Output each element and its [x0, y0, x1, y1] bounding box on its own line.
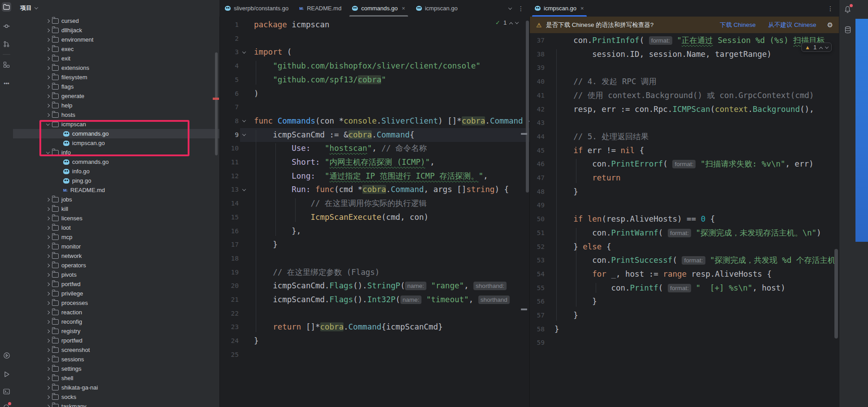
chevron-right-icon[interactable]: [46, 94, 50, 98]
tree-item-shell[interactable]: shell: [13, 373, 219, 383]
code-line[interactable]: return: [554, 171, 621, 185]
tree-item-hosts[interactable]: hosts: [13, 110, 219, 120]
code-line[interactable]: // 5. 处理返回结果: [554, 130, 649, 144]
tree-item-dllhijack[interactable]: dllhijack: [13, 26, 219, 35]
chevron-right-icon[interactable]: [46, 226, 50, 229]
tree-item-flags[interactable]: flags: [13, 82, 219, 91]
tab-overflow-chevron-icon[interactable]: [508, 6, 512, 9]
code-line[interactable]: icmpScanCmd.Flags().StringP(name: "range…: [254, 279, 507, 293]
close-icon[interactable]: ×: [580, 5, 584, 12]
chevron-down-icon[interactable]: [825, 45, 829, 48]
tree-item-network[interactable]: network: [13, 251, 219, 261]
chevron-right-icon[interactable]: [46, 282, 50, 286]
code-line[interactable]: // 在这里调用你实际的执行逻辑: [254, 197, 427, 210]
tree-item-jobs[interactable]: jobs: [13, 195, 219, 204]
more-options-icon[interactable]: ⋮: [827, 5, 834, 12]
database-icon[interactable]: [843, 25, 852, 34]
run-anything-icon[interactable]: [2, 351, 11, 360]
gutter-line-number[interactable]: 40: [529, 75, 545, 89]
code-line[interactable]: // 在这里绑定参数 (Flags): [254, 266, 380, 279]
code-line[interactable]: Use: "hostscan", // 命令名称: [254, 141, 427, 155]
gutter-line-number[interactable]: 55: [529, 281, 545, 295]
code-line[interactable]: },: [254, 224, 301, 238]
code-line[interactable]: Short: "内网主机存活探测 (ICMP)",: [254, 155, 434, 169]
gutter-line-number[interactable]: 43: [529, 116, 545, 130]
chevron-right-icon[interactable]: [46, 197, 50, 201]
code-line[interactable]: "github.com/bishopfox/sliver/client/cons…: [254, 59, 481, 73]
gutter-line-number[interactable]: 16: [219, 224, 239, 238]
tab-sliverpb-constants-go[interactable]: sliverpb/constants.go: [219, 0, 294, 17]
gutter-line-number[interactable]: 4: [219, 59, 239, 73]
chevron-right-icon[interactable]: [46, 56, 50, 60]
gutter-line-number[interactable]: 5: [219, 73, 239, 87]
gutter-line-number[interactable]: 38: [529, 47, 545, 61]
tree-item-socks[interactable]: socks: [13, 392, 219, 402]
fold-chevron-icon[interactable]: [242, 132, 246, 136]
tree-item-licenses[interactable]: licenses: [13, 214, 219, 223]
chevron-right-icon[interactable]: [46, 113, 50, 116]
tree-item-exit[interactable]: exit: [13, 54, 219, 63]
chevron-right-icon[interactable]: [46, 85, 50, 88]
chevron-right-icon[interactable]: [46, 301, 50, 304]
gutter-line-number[interactable]: 6: [219, 87, 239, 101]
fold-chevron-icon[interactable]: [242, 119, 246, 122]
code-line[interactable]: import (: [254, 45, 292, 59]
tree-item-reconfig[interactable]: reconfig: [13, 317, 219, 326]
tree-item-monitor[interactable]: monitor: [13, 242, 219, 251]
chevron-up-icon[interactable]: [819, 47, 823, 50]
gutter-line-number[interactable]: 49: [529, 198, 545, 212]
code-line[interactable]: ): [254, 87, 259, 101]
chevron-right-icon[interactable]: [46, 404, 50, 407]
run-icon[interactable]: [2, 369, 11, 379]
tree-item-icmpscan-go[interactable]: icmpscan.go: [13, 138, 219, 148]
code-line[interactable]: }: [254, 238, 278, 252]
more-tools-icon[interactable]: •••: [2, 79, 11, 88]
code-line[interactable]: }: [254, 334, 259, 348]
tree-item-commands-go[interactable]: commands.go: [13, 129, 219, 138]
gutter-line-number[interactable]: 14: [219, 197, 239, 210]
inspections-ok-widget[interactable]: ✓1: [492, 18, 521, 27]
gutter-line-number[interactable]: 9: [219, 128, 239, 142]
code-line[interactable]: Long: "通过指定 IP 范围进行 ICMP 存活探测。",: [254, 169, 488, 183]
code-line[interactable]: for _, host := range resp.AliveHosts {: [554, 267, 772, 281]
chevron-right-icon[interactable]: [46, 263, 50, 267]
gutter-line-number[interactable]: 21: [219, 293, 239, 307]
tree-item-ping-go[interactable]: ping.go: [13, 176, 219, 185]
tab-icmpscan-go[interactable]: icmpscan.go×: [529, 0, 589, 17]
chevron-right-icon[interactable]: [46, 273, 50, 276]
tree-item-cursed[interactable]: cursed: [13, 16, 219, 26]
gutter-line-number[interactable]: 42: [529, 103, 545, 116]
gutter-line-number[interactable]: 45: [529, 144, 545, 158]
gutter-line-number[interactable]: 50: [529, 212, 545, 226]
tree-item-screenshot[interactable]: screenshot: [13, 345, 219, 355]
tree-item-rportfwd[interactable]: rportfwd: [13, 336, 219, 345]
gutter-line-number[interactable]: 57: [529, 308, 545, 322]
gutter-line-number[interactable]: 1: [219, 18, 239, 32]
gutter-line-number[interactable]: 3: [219, 45, 239, 59]
chevron-right-icon[interactable]: [46, 207, 50, 210]
profiler-icon[interactable]: [2, 402, 11, 407]
tree-item-filesystem[interactable]: filesystem: [13, 73, 219, 82]
gutter-line-number[interactable]: 52: [529, 240, 545, 254]
code-line[interactable]: }: [554, 322, 559, 336]
code-line[interactable]: icmpScanCmd.Flags().Int32P(name: "timeou…: [254, 293, 510, 307]
gutter-line-number[interactable]: 13: [219, 183, 239, 197]
chevron-down-icon[interactable]: [515, 20, 519, 24]
code-line[interactable]: resp, err := con.Rpc.ICMPScan(context.Ba…: [554, 103, 819, 116]
tab-readme-md[interactable]: M↓README.md: [294, 0, 347, 17]
chevron-right-icon[interactable]: [46, 66, 50, 69]
gutter-line-number[interactable]: 58: [529, 322, 545, 336]
chevron-right-icon[interactable]: [46, 386, 50, 389]
gutter-line-number[interactable]: 48: [529, 185, 545, 199]
chevron-right-icon[interactable]: [46, 357, 50, 361]
tree-item-settings[interactable]: settings: [13, 364, 219, 373]
code-line[interactable]: }: [554, 308, 578, 322]
commit-icon[interactable]: [2, 21, 11, 31]
tree-item-environment[interactable]: environment: [13, 35, 219, 44]
code-line[interactable]: // 使用 context.Background() 或 con.GrpcCon…: [554, 89, 814, 103]
code-line[interactable]: if err != nil {: [554, 144, 644, 158]
code-line[interactable]: package icmpscan: [254, 18, 330, 32]
project-folder-icon[interactable]: [2, 2, 11, 12]
never-suggest-link[interactable]: 从不建议 Chinese: [768, 21, 816, 29]
chevron-right-icon[interactable]: [46, 235, 50, 239]
